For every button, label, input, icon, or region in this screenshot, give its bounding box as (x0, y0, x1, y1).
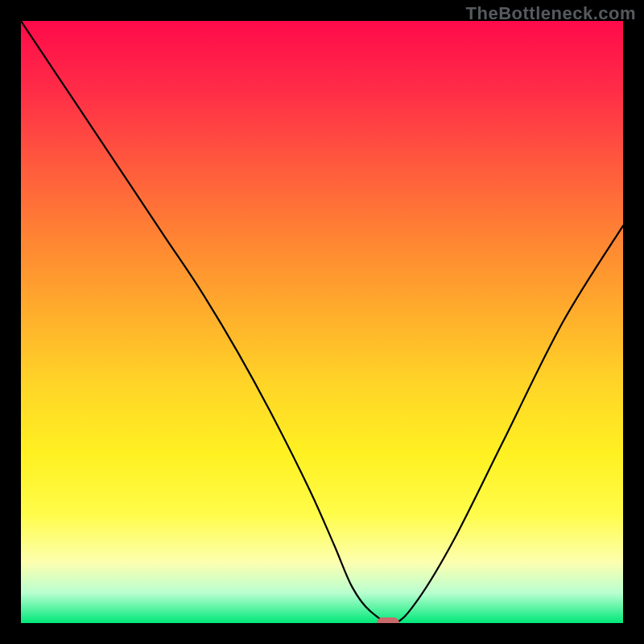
watermark-text: TheBottleneck.com (466, 3, 636, 24)
optimal-point-marker (377, 617, 399, 623)
bottleneck-curve (21, 21, 623, 623)
chart-frame: TheBottleneck.com (0, 0, 644, 644)
plot-area (21, 21, 623, 623)
